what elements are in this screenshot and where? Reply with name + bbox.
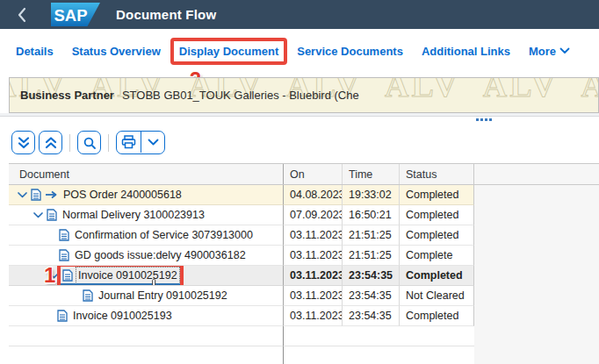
table-row[interactable]: Journal Entry 0910025192 03.11.2023 23:5… (9, 286, 599, 306)
expand-all-button[interactable] (11, 131, 35, 154)
document-icon (62, 269, 73, 282)
annotation-step-1: 1 (44, 266, 55, 286)
menu-item-more[interactable]: More (529, 45, 570, 58)
print-button[interactable] (117, 132, 141, 153)
on-cell: 03.11.2023 (284, 306, 343, 326)
on-cell: 03.11.2023 (284, 225, 343, 246)
expand-all-icon (17, 136, 31, 150)
table-row[interactable]: Invoice 0910025193 03.11.2023 23:54:35 C… (9, 306, 599, 326)
time-cell: 16:50:21 (343, 205, 400, 225)
business-partner-label: Business Partner (20, 89, 114, 102)
business-partner-bar: ALVALVALVALVALVALVALVALVALVALVALVALVALVA… (9, 77, 599, 113)
on-cell: 03.11.2023 (284, 286, 343, 306)
table-row[interactable]: 1 Invoice 0910025192 03.11.2023 23:54:35… (9, 266, 599, 286)
document-flow-table: Document On Time Status POS Order 240000… (9, 163, 599, 364)
status-cell: Complete (400, 246, 474, 266)
time-cell: 21:51:25 (343, 246, 400, 266)
menu-item-details[interactable]: Details (16, 45, 54, 58)
back-icon[interactable] (7, 0, 37, 29)
column-header-filler (474, 164, 599, 184)
document-icon (57, 310, 68, 322)
document-icon (59, 249, 69, 261)
print-dropdown-icon (148, 139, 159, 146)
document-link[interactable]: Journal Entry 0910025192 (98, 289, 227, 302)
table-row[interactable]: POS Order 2400005618 04.08.2023 19:33:02… (9, 185, 599, 205)
document-link[interactable]: GD goods issue:delvy 4900036182 (75, 249, 246, 261)
business-partner-value: STOBB GB01_TOUK Galleries - Bluebird (Ch… (122, 89, 359, 102)
table-row[interactable]: Confirmation of Service 3073913000 03.11… (9, 225, 599, 246)
toolbar-separator (108, 134, 109, 152)
document-link[interactable]: Normal Delivery 3100023913 (62, 209, 205, 221)
search-icon (83, 136, 97, 150)
document-icon (83, 289, 93, 302)
time-cell: 21:51:25 (343, 225, 400, 246)
svg-text:SAP: SAP (54, 6, 88, 25)
tree-collapse-icon[interactable] (18, 192, 27, 198)
time-cell: 23:54:35 (343, 266, 400, 286)
time-cell: 19:33:02 (343, 185, 400, 205)
on-cell: 03.11.2023 (284, 266, 343, 286)
menu-bar: Details Status Overview Display Document… (16, 39, 570, 63)
table-header-row: Document On Time Status (9, 164, 599, 185)
print-dropdown-button[interactable] (141, 132, 164, 153)
print-split-button (116, 131, 165, 154)
time-cell: 23:54:35 (343, 306, 400, 326)
shell-header: SAP Document Flow (0, 0, 599, 29)
collapse-all-icon (44, 136, 58, 150)
collapse-all-button[interactable] (39, 131, 62, 154)
empty-row (9, 326, 599, 346)
on-cell: 03.11.2023 (284, 246, 343, 266)
chevron-down-icon (559, 47, 570, 54)
search-button[interactable] (77, 131, 101, 154)
document-icon (47, 209, 57, 221)
document-icon (59, 229, 69, 241)
status-cell: Completed (400, 266, 474, 286)
column-header-status[interactable]: Status (400, 164, 474, 184)
menu-item-display-document[interactable]: Display Document 2 (179, 45, 278, 58)
document-link[interactable]: Invoice 0910025192 (78, 269, 177, 282)
status-cell: Completed (400, 185, 474, 205)
column-header-on[interactable]: On (284, 164, 343, 184)
print-icon (121, 135, 136, 149)
document-link[interactable]: Confirmation of Service 3073913000 (75, 229, 253, 241)
grid-toolbar (11, 131, 165, 154)
table-row[interactable]: Normal Delivery 3100023913 07.09.2023 16… (9, 205, 599, 225)
status-cell: Completed (400, 306, 474, 326)
splitter-bar (0, 113, 599, 117)
menu-item-status-overview[interactable]: Status Overview (72, 45, 161, 58)
time-cell: 23:54:35 (343, 286, 400, 306)
sap-logo: SAP (51, 3, 100, 26)
status-cell: Completed (400, 225, 474, 246)
empty-row (9, 346, 599, 364)
menu-item-additional-links[interactable]: Additional Links (422, 45, 510, 58)
document-icon (31, 189, 41, 201)
annotated-invoice-target: 1 Invoice 0910025192 (62, 269, 177, 282)
table-row[interactable]: GD goods issue:delvy 4900036182 03.11.20… (9, 246, 599, 266)
on-cell: 04.08.2023 (284, 185, 343, 205)
status-cell: Not Cleared (400, 286, 474, 306)
document-link[interactable]: Invoice 0910025193 (73, 310, 172, 322)
page-title: Document Flow (116, 7, 216, 22)
column-header-document[interactable]: Document (9, 164, 284, 184)
column-header-time[interactable]: Time (343, 164, 400, 184)
arrow-right-icon (45, 190, 58, 199)
status-cell: Completed (400, 205, 474, 225)
menu-item-service-documents[interactable]: Service Documents (297, 45, 403, 58)
toolbar-separator (69, 134, 70, 152)
on-cell: 07.09.2023 (284, 205, 343, 225)
splitter-grip[interactable] (476, 118, 492, 121)
document-link[interactable]: POS Order 2400005618 (63, 189, 182, 201)
tree-collapse-icon[interactable] (33, 212, 43, 218)
